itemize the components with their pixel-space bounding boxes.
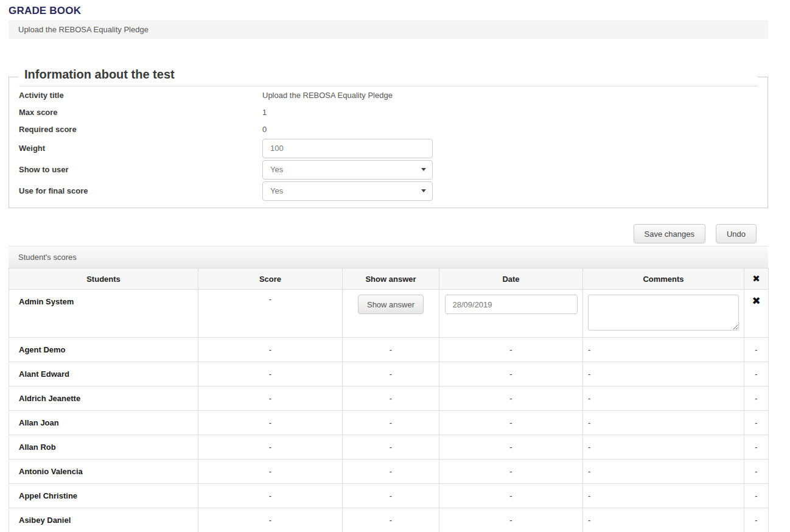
score-cell: - — [198, 435, 343, 460]
student-row: Allan Rob - - - - - — [9, 435, 769, 460]
student-row: Appel Christine - - - - - — [9, 484, 769, 508]
remove-cell: - — [744, 387, 769, 411]
score-cell: - — [198, 508, 343, 532]
show-to-user-label: Show to user — [19, 165, 262, 174]
remove-cell: ✖ — [744, 290, 769, 338]
score-cell: - — [198, 411, 343, 435]
student-row: Alant Edward - - - - - — [9, 362, 769, 387]
comments-cell: - — [583, 411, 744, 435]
date-cell: - — [439, 411, 583, 435]
remove-cell: - — [744, 460, 769, 484]
show-answer-button[interactable]: Show answer — [358, 295, 424, 314]
page-title: GRADE BOOK — [9, 0, 768, 17]
weight-input[interactable] — [262, 139, 433, 158]
chevron-down-icon — [421, 189, 426, 192]
score-cell: - — [198, 362, 343, 387]
show-answer-cell: - — [343, 387, 439, 411]
max-score-label: Max score — [19, 108, 262, 117]
date-cell — [439, 290, 583, 338]
score-cell: - — [198, 338, 343, 362]
date-cell: - — [439, 484, 583, 508]
remove-icon: ✖ — [752, 274, 760, 283]
date-cell: - — [439, 362, 583, 387]
save-changes-button[interactable]: Save changes — [634, 224, 705, 243]
column-header-score: Score — [198, 268, 343, 290]
field-row-required-score: Required score 0 — [19, 121, 758, 138]
use-for-final-score-label: Use for final score — [19, 186, 262, 195]
student-name-cell: Agent Demo — [9, 338, 198, 362]
column-header-date: Date — [439, 268, 583, 290]
field-row-weight: Weight — [19, 138, 758, 159]
date-input[interactable] — [445, 295, 578, 314]
field-row-use-for-final-score: Use for final score Yes — [19, 180, 758, 201]
table-header-row: Students Score Show answer Date Comments… — [9, 268, 769, 290]
remove-cell: - — [744, 484, 769, 508]
remove-cell: - — [744, 435, 769, 460]
show-answer-cell: - — [343, 435, 439, 460]
student-name-cell: Appel Christine — [9, 484, 198, 508]
student-name-cell: Admin System — [9, 290, 198, 338]
info-legend: Information about the test — [19, 68, 758, 86]
comments-cell: - — [583, 387, 744, 411]
activity-title-value: Upload the REBOSA Equality Pledge — [262, 91, 393, 100]
student-row: Admin System - Show answer ✖ — [9, 290, 769, 338]
student-row: Aldrich Jeanette - - - - - — [9, 387, 769, 411]
column-header-students: Students — [9, 268, 198, 290]
show-answer-cell: Show answer — [343, 290, 439, 338]
use-for-final-score-selected-value: Yes — [270, 186, 283, 195]
show-answer-cell: - — [343, 338, 439, 362]
date-cell: - — [439, 460, 583, 484]
remove-cell: - — [744, 508, 769, 532]
field-row-show-to-user: Show to user Yes — [19, 159, 758, 180]
student-row: Asibey Daniel - - - - - — [9, 508, 769, 532]
show-answer-cell: - — [343, 508, 439, 532]
student-row: Agent Demo - - - - - — [9, 338, 769, 362]
comments-cell: - — [583, 338, 744, 362]
student-name-cell: Aldrich Jeanette — [9, 387, 198, 411]
required-score-value: 0 — [262, 125, 267, 134]
comments-textarea[interactable] — [588, 295, 739, 331]
comments-cell: - — [583, 460, 744, 484]
show-to-user-selected-value: Yes — [270, 165, 283, 174]
student-name-cell: Antonio Valencia — [9, 460, 198, 484]
scores-table: Students Score Show answer Date Comments… — [9, 268, 769, 532]
chevron-down-icon — [421, 168, 426, 171]
score-cell: - — [198, 484, 343, 508]
comments-cell: - — [583, 508, 744, 532]
use-for-final-score-select[interactable]: Yes — [262, 181, 433, 201]
actions-bar: Save changes Undo — [9, 224, 768, 243]
date-cell: - — [439, 435, 583, 460]
student-name-cell: Alant Edward — [9, 362, 198, 387]
student-row: Antonio Valencia - - - - - — [9, 460, 769, 484]
score-cell: - — [198, 460, 343, 484]
remove-icon[interactable]: ✖ — [752, 296, 760, 306]
comments-cell: - — [583, 362, 744, 387]
show-answer-cell: - — [343, 362, 439, 387]
remove-cell: - — [744, 411, 769, 435]
comments-cell — [583, 290, 744, 338]
required-score-label: Required score — [19, 125, 262, 134]
score-cell: - — [198, 290, 343, 338]
column-header-show-answer: Show answer — [343, 268, 439, 290]
remove-cell: - — [744, 362, 769, 387]
show-answer-cell: - — [343, 411, 439, 435]
student-name-cell: Allan Joan — [9, 411, 198, 435]
score-cell: - — [198, 387, 343, 411]
page-container: GRADE BOOK Upload the REBOSA Equality Pl… — [9, 0, 768, 532]
scores-panel-header: Student's scores — [9, 246, 768, 268]
column-header-remove: ✖ — [744, 268, 769, 290]
info-fieldset: Information about the test Activity titl… — [9, 68, 768, 208]
field-row-max-score: Max score 1 — [19, 103, 758, 121]
date-cell: - — [439, 508, 583, 532]
field-row-activity-title: Activity title Upload the REBOSA Equalit… — [19, 86, 758, 103]
student-name-cell: Asibey Daniel — [9, 508, 198, 532]
activity-title-label: Activity title — [19, 91, 262, 100]
student-row: Allan Joan - - - - - — [9, 411, 769, 435]
undo-button[interactable]: Undo — [716, 224, 757, 243]
show-to-user-select[interactable]: Yes — [262, 160, 433, 180]
column-header-comments: Comments — [583, 268, 744, 290]
max-score-value: 1 — [262, 108, 267, 117]
remove-cell: - — [744, 338, 769, 362]
show-answer-cell: - — [343, 460, 439, 484]
show-answer-cell: - — [343, 484, 439, 508]
